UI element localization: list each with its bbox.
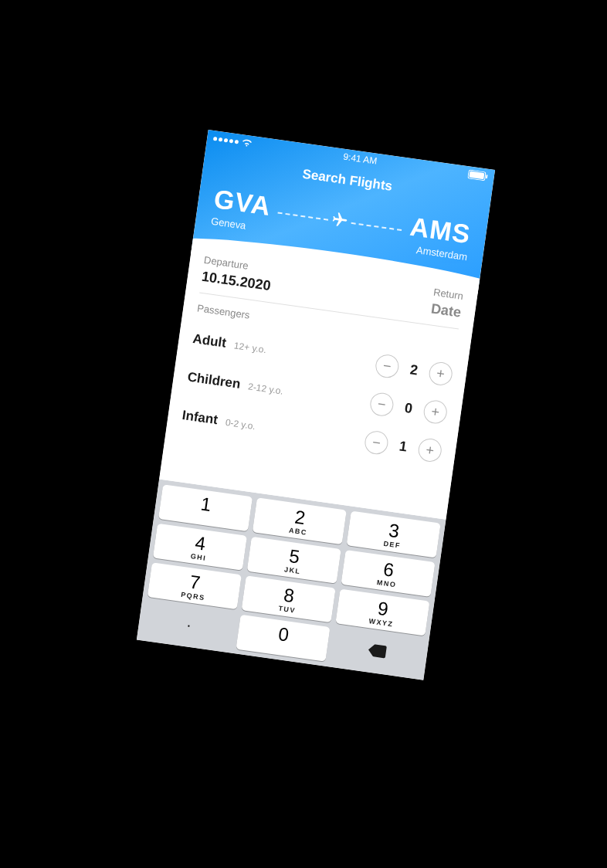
- status-time: 9:41 AM: [342, 151, 378, 166]
- search-form: Departure 10.15.2020 Return Date Passeng…: [159, 246, 479, 519]
- children-increment-button[interactable]: +: [422, 398, 448, 425]
- departure-field[interactable]: Departure 10.15.2020: [200, 253, 273, 293]
- adult-stepper: − 2 +: [374, 353, 453, 387]
- children-sublabel: 2-12 y.o.: [247, 381, 283, 396]
- adult-increment-button[interactable]: +: [427, 360, 453, 386]
- key-7[interactable]: 7PQRS: [147, 562, 241, 609]
- signal-dots-icon: [212, 136, 238, 144]
- key-delete[interactable]: [330, 628, 424, 675]
- infant-stepper: − 1 +: [363, 429, 443, 463]
- adult-decrement-button[interactable]: −: [374, 353, 400, 379]
- key-period[interactable]: .: [141, 601, 236, 648]
- key-9[interactable]: 9WXYZ: [335, 588, 429, 636]
- return-value: Date: [429, 300, 462, 320]
- dash-line-right: [351, 222, 402, 230]
- key-5[interactable]: 5JKL: [246, 536, 341, 583]
- children-decrement-button[interactable]: −: [368, 391, 395, 417]
- phone-frame: 9:41 AM Search Flights GVA Geneva AMS Am…: [136, 129, 494, 680]
- adult-label: Adult: [192, 331, 227, 350]
- key-0[interactable]: 0: [236, 614, 330, 661]
- children-stepper: − 0 +: [368, 391, 448, 425]
- adult-sublabel: 12+ y.o.: [233, 340, 267, 355]
- backspace-icon: [365, 642, 388, 661]
- battery-icon: [467, 169, 488, 181]
- infant-decrement-button[interactable]: −: [363, 429, 389, 456]
- key-6[interactable]: 6MNO: [341, 550, 435, 597]
- key-1[interactable]: 1: [158, 484, 252, 531]
- destination-airport[interactable]: AMS Amsterdam: [406, 211, 473, 262]
- flight-path: [276, 202, 402, 239]
- origin-code: GVA: [212, 184, 273, 222]
- dash-line-left: [277, 212, 328, 220]
- adult-count: 2: [406, 361, 421, 378]
- return-field[interactable]: Return Date: [429, 286, 463, 320]
- infant-increment-button[interactable]: +: [416, 436, 443, 463]
- infant-label: Infant: [181, 407, 218, 426]
- key-2[interactable]: 2ABC: [252, 497, 346, 544]
- infant-count: 1: [395, 437, 410, 455]
- infant-sublabel: 0-2 y.o.: [224, 416, 256, 431]
- children-label: Children: [186, 369, 241, 391]
- children-count: 0: [401, 399, 415, 417]
- origin-airport[interactable]: GVA Geneva: [210, 184, 273, 235]
- key-8[interactable]: 8TUV: [241, 575, 335, 622]
- key-4[interactable]: 4GHI: [152, 523, 246, 570]
- wifi-icon: [241, 138, 253, 147]
- plane-icon: [330, 210, 349, 232]
- return-label: Return: [432, 286, 464, 301]
- key-3[interactable]: 3DEF: [346, 510, 440, 558]
- status-left: [212, 134, 253, 147]
